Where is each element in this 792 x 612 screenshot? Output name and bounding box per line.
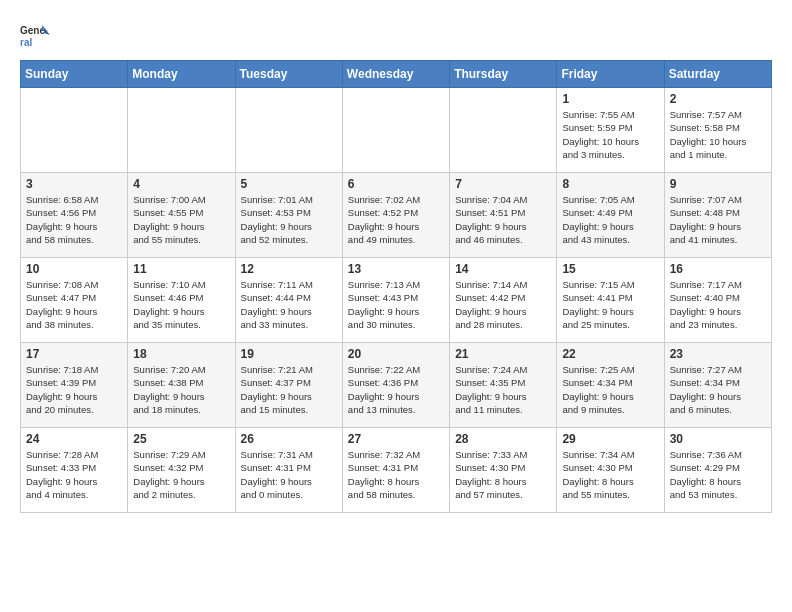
day-number: 14: [455, 262, 551, 276]
day-info: Sunrise: 7:18 AM Sunset: 4:39 PM Dayligh…: [26, 363, 122, 416]
day-cell: 11Sunrise: 7:10 AM Sunset: 4:46 PM Dayli…: [128, 258, 235, 343]
day-info: Sunrise: 7:17 AM Sunset: 4:40 PM Dayligh…: [670, 278, 766, 331]
day-number: 18: [133, 347, 229, 361]
day-number: 17: [26, 347, 122, 361]
day-cell: 10Sunrise: 7:08 AM Sunset: 4:47 PM Dayli…: [21, 258, 128, 343]
day-info: Sunrise: 7:34 AM Sunset: 4:30 PM Dayligh…: [562, 448, 658, 501]
day-number: 12: [241, 262, 337, 276]
day-number: 26: [241, 432, 337, 446]
day-cell: 22Sunrise: 7:25 AM Sunset: 4:34 PM Dayli…: [557, 343, 664, 428]
day-info: Sunrise: 7:20 AM Sunset: 4:38 PM Dayligh…: [133, 363, 229, 416]
svg-text:ral: ral: [20, 37, 32, 48]
day-cell: 25Sunrise: 7:29 AM Sunset: 4:32 PM Dayli…: [128, 428, 235, 513]
day-number: 4: [133, 177, 229, 191]
day-number: 13: [348, 262, 444, 276]
weekday-header-row: SundayMondayTuesdayWednesdayThursdayFrid…: [21, 61, 772, 88]
day-info: Sunrise: 7:36 AM Sunset: 4:29 PM Dayligh…: [670, 448, 766, 501]
day-number: 21: [455, 347, 551, 361]
day-info: Sunrise: 7:24 AM Sunset: 4:35 PM Dayligh…: [455, 363, 551, 416]
day-number: 15: [562, 262, 658, 276]
day-info: Sunrise: 7:55 AM Sunset: 5:59 PM Dayligh…: [562, 108, 658, 161]
day-cell: 9Sunrise: 7:07 AM Sunset: 4:48 PM Daylig…: [664, 173, 771, 258]
logo: Gene ral: [20, 20, 54, 50]
day-info: Sunrise: 7:00 AM Sunset: 4:55 PM Dayligh…: [133, 193, 229, 246]
day-cell: 2Sunrise: 7:57 AM Sunset: 5:58 PM Daylig…: [664, 88, 771, 173]
weekday-header-thursday: Thursday: [450, 61, 557, 88]
day-cell: 21Sunrise: 7:24 AM Sunset: 4:35 PM Dayli…: [450, 343, 557, 428]
day-cell: 5Sunrise: 7:01 AM Sunset: 4:53 PM Daylig…: [235, 173, 342, 258]
day-number: 23: [670, 347, 766, 361]
day-number: 3: [26, 177, 122, 191]
week-row-1: 1Sunrise: 7:55 AM Sunset: 5:59 PM Daylig…: [21, 88, 772, 173]
day-number: 1: [562, 92, 658, 106]
day-cell: 15Sunrise: 7:15 AM Sunset: 4:41 PM Dayli…: [557, 258, 664, 343]
day-cell: 30Sunrise: 7:36 AM Sunset: 4:29 PM Dayli…: [664, 428, 771, 513]
day-info: Sunrise: 7:04 AM Sunset: 4:51 PM Dayligh…: [455, 193, 551, 246]
day-info: Sunrise: 7:25 AM Sunset: 4:34 PM Dayligh…: [562, 363, 658, 416]
day-info: Sunrise: 6:58 AM Sunset: 4:56 PM Dayligh…: [26, 193, 122, 246]
day-info: Sunrise: 7:27 AM Sunset: 4:34 PM Dayligh…: [670, 363, 766, 416]
day-info: Sunrise: 7:29 AM Sunset: 4:32 PM Dayligh…: [133, 448, 229, 501]
day-cell: 6Sunrise: 7:02 AM Sunset: 4:52 PM Daylig…: [342, 173, 449, 258]
weekday-header-monday: Monday: [128, 61, 235, 88]
day-number: 7: [455, 177, 551, 191]
day-number: 10: [26, 262, 122, 276]
day-info: Sunrise: 7:02 AM Sunset: 4:52 PM Dayligh…: [348, 193, 444, 246]
day-cell: [21, 88, 128, 173]
weekday-header-wednesday: Wednesday: [342, 61, 449, 88]
day-info: Sunrise: 7:28 AM Sunset: 4:33 PM Dayligh…: [26, 448, 122, 501]
day-info: Sunrise: 7:31 AM Sunset: 4:31 PM Dayligh…: [241, 448, 337, 501]
day-number: 25: [133, 432, 229, 446]
weekday-header-sunday: Sunday: [21, 61, 128, 88]
day-number: 8: [562, 177, 658, 191]
day-info: Sunrise: 7:14 AM Sunset: 4:42 PM Dayligh…: [455, 278, 551, 331]
day-cell: 20Sunrise: 7:22 AM Sunset: 4:36 PM Dayli…: [342, 343, 449, 428]
day-cell: 14Sunrise: 7:14 AM Sunset: 4:42 PM Dayli…: [450, 258, 557, 343]
day-info: Sunrise: 7:22 AM Sunset: 4:36 PM Dayligh…: [348, 363, 444, 416]
day-cell: 16Sunrise: 7:17 AM Sunset: 4:40 PM Dayli…: [664, 258, 771, 343]
day-info: Sunrise: 7:15 AM Sunset: 4:41 PM Dayligh…: [562, 278, 658, 331]
day-cell: 28Sunrise: 7:33 AM Sunset: 4:30 PM Dayli…: [450, 428, 557, 513]
day-info: Sunrise: 7:32 AM Sunset: 4:31 PM Dayligh…: [348, 448, 444, 501]
week-row-5: 24Sunrise: 7:28 AM Sunset: 4:33 PM Dayli…: [21, 428, 772, 513]
day-cell: [128, 88, 235, 173]
day-cell: 29Sunrise: 7:34 AM Sunset: 4:30 PM Dayli…: [557, 428, 664, 513]
week-row-2: 3Sunrise: 6:58 AM Sunset: 4:56 PM Daylig…: [21, 173, 772, 258]
day-cell: 1Sunrise: 7:55 AM Sunset: 5:59 PM Daylig…: [557, 88, 664, 173]
day-number: 2: [670, 92, 766, 106]
day-number: 5: [241, 177, 337, 191]
day-cell: 12Sunrise: 7:11 AM Sunset: 4:44 PM Dayli…: [235, 258, 342, 343]
day-info: Sunrise: 7:01 AM Sunset: 4:53 PM Dayligh…: [241, 193, 337, 246]
day-info: Sunrise: 7:10 AM Sunset: 4:46 PM Dayligh…: [133, 278, 229, 331]
logo-icon: Gene ral: [20, 20, 50, 50]
day-cell: [235, 88, 342, 173]
day-number: 6: [348, 177, 444, 191]
week-row-4: 17Sunrise: 7:18 AM Sunset: 4:39 PM Dayli…: [21, 343, 772, 428]
day-info: Sunrise: 7:57 AM Sunset: 5:58 PM Dayligh…: [670, 108, 766, 161]
day-number: 20: [348, 347, 444, 361]
day-info: Sunrise: 7:07 AM Sunset: 4:48 PM Dayligh…: [670, 193, 766, 246]
day-number: 29: [562, 432, 658, 446]
header: Gene ral: [20, 20, 772, 50]
day-info: Sunrise: 7:33 AM Sunset: 4:30 PM Dayligh…: [455, 448, 551, 501]
day-number: 24: [26, 432, 122, 446]
day-info: Sunrise: 7:11 AM Sunset: 4:44 PM Dayligh…: [241, 278, 337, 331]
day-cell: 26Sunrise: 7:31 AM Sunset: 4:31 PM Dayli…: [235, 428, 342, 513]
day-info: Sunrise: 7:13 AM Sunset: 4:43 PM Dayligh…: [348, 278, 444, 331]
day-cell: 4Sunrise: 7:00 AM Sunset: 4:55 PM Daylig…: [128, 173, 235, 258]
day-number: 9: [670, 177, 766, 191]
day-cell: 27Sunrise: 7:32 AM Sunset: 4:31 PM Dayli…: [342, 428, 449, 513]
svg-text:Gene: Gene: [20, 25, 45, 36]
day-cell: 3Sunrise: 6:58 AM Sunset: 4:56 PM Daylig…: [21, 173, 128, 258]
day-cell: [450, 88, 557, 173]
day-cell: 13Sunrise: 7:13 AM Sunset: 4:43 PM Dayli…: [342, 258, 449, 343]
weekday-header-friday: Friday: [557, 61, 664, 88]
day-cell: 24Sunrise: 7:28 AM Sunset: 4:33 PM Dayli…: [21, 428, 128, 513]
day-number: 22: [562, 347, 658, 361]
day-number: 27: [348, 432, 444, 446]
day-info: Sunrise: 7:05 AM Sunset: 4:49 PM Dayligh…: [562, 193, 658, 246]
day-cell: 8Sunrise: 7:05 AM Sunset: 4:49 PM Daylig…: [557, 173, 664, 258]
calendar-table: SundayMondayTuesdayWednesdayThursdayFrid…: [20, 60, 772, 513]
day-cell: 19Sunrise: 7:21 AM Sunset: 4:37 PM Dayli…: [235, 343, 342, 428]
weekday-header-tuesday: Tuesday: [235, 61, 342, 88]
